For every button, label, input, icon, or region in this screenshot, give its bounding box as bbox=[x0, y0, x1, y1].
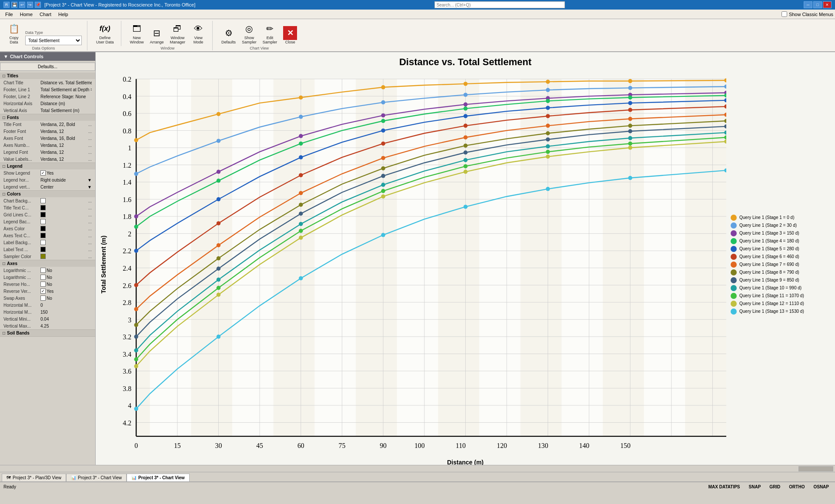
reverse-v-value: Yes bbox=[47, 289, 92, 294]
log-x-checkbox[interactable] bbox=[40, 268, 46, 273]
axes-text-color-dots[interactable]: ... bbox=[88, 233, 92, 238]
sidebar-row-title-font: Title Font Verdana, 22, Bold ... bbox=[0, 121, 95, 128]
svg-point-125 bbox=[134, 307, 138, 311]
sidebar-row-title-text-color: Title Text C... ... bbox=[0, 204, 95, 211]
svg-point-115 bbox=[628, 101, 632, 105]
sidebar-defaults-button[interactable]: Defaults... bbox=[0, 63, 95, 71]
minimize-button[interactable]: ─ bbox=[804, 1, 812, 8]
undo-icon[interactable]: ↩ bbox=[19, 2, 25, 8]
sidebar-section-fonts-header[interactable]: □ Fonts bbox=[0, 114, 95, 121]
svg-point-114 bbox=[546, 106, 550, 109]
arrange-button[interactable]: ⊟ Arrange bbox=[148, 25, 166, 45]
svg-point-152 bbox=[381, 183, 385, 187]
menu-file[interactable]: File bbox=[2, 10, 17, 19]
log-y-value: No bbox=[47, 275, 92, 280]
window-manager-button[interactable]: 🗗 WindowManager bbox=[168, 21, 187, 45]
data-type-select[interactable]: Total Settlement bbox=[25, 36, 82, 45]
legend-hor-label: Legend hor... bbox=[3, 178, 40, 182]
tab-item[interactable]: 🗺Project 3* - Plan/3D View bbox=[2, 474, 66, 481]
fonts-collapse-icon: □ bbox=[3, 115, 5, 120]
svg-point-104 bbox=[381, 119, 385, 123]
svg-rect-3 bbox=[136, 79, 726, 436]
label-text-color-swatch[interactable] bbox=[40, 247, 46, 252]
legend-bg-swatch[interactable] bbox=[40, 219, 46, 224]
svg-text:1: 1 bbox=[128, 144, 131, 152]
svg-text:140: 140 bbox=[579, 442, 590, 449]
legend-bg-dots[interactable]: ... bbox=[88, 219, 92, 224]
menu-home[interactable]: Home bbox=[17, 10, 36, 19]
edit-sampler-button[interactable]: ✏ EditSampler bbox=[261, 21, 279, 45]
value-labels-font-dots[interactable]: ... bbox=[88, 157, 92, 162]
tab-label: Project 3* - Plan/3D View bbox=[13, 475, 61, 480]
chart-svg: 0 15 30 45 60 75 90 100 110 120 130 140 … bbox=[109, 72, 726, 457]
log-y-checkbox[interactable] bbox=[40, 275, 46, 280]
menu-help[interactable]: Help bbox=[55, 10, 72, 19]
tab-item[interactable]: 📊Project 3* - Chart View bbox=[127, 474, 190, 481]
sidebar-row-grid-lines-color: Grid Lines C... ... bbox=[0, 211, 95, 218]
legend-hor-dropdown[interactable]: ▼ bbox=[87, 178, 92, 182]
show-classic-checkbox[interactable] bbox=[782, 11, 787, 17]
footer-font-dots[interactable]: ... bbox=[88, 129, 92, 134]
label-bg-swatch[interactable] bbox=[40, 240, 46, 245]
sidebar-section-legend-header[interactable]: □ Legend bbox=[0, 163, 95, 169]
axes-num-font-dots[interactable]: ... bbox=[88, 143, 92, 148]
status-button[interactable]: OSNAP bbox=[811, 484, 832, 490]
pin-icon[interactable]: 📌 bbox=[35, 2, 41, 8]
close-button[interactable]: ✕ Close bbox=[281, 25, 299, 45]
close-window-button[interactable]: ✕ bbox=[823, 1, 832, 8]
grid-lines-color-swatch[interactable] bbox=[40, 212, 46, 217]
sampler-color-swatch[interactable] bbox=[40, 254, 46, 259]
ribbon-group-data-options-items: 📋 CopyData Data Type Total Settlement bbox=[5, 21, 82, 45]
legend-dot bbox=[731, 246, 737, 252]
axes-color-dots[interactable]: ... bbox=[88, 226, 92, 231]
title-text-color-dots[interactable]: ... bbox=[88, 206, 92, 210]
status-button[interactable]: GRID bbox=[767, 484, 783, 490]
swap-axes-value: No bbox=[47, 296, 92, 301]
sidebar-collapse-icon[interactable]: ▼ bbox=[3, 54, 8, 59]
new-window-button[interactable]: 🗔 NewWindow bbox=[128, 21, 146, 45]
status-button[interactable]: MAX DATATIPS bbox=[706, 484, 743, 490]
show-sampler-button[interactable]: ◎ ShowSampler bbox=[240, 21, 258, 45]
chart-bg-dots[interactable]: ... bbox=[88, 199, 92, 203]
axes-text-color-swatch[interactable] bbox=[40, 233, 46, 238]
sidebar-section-colors-header[interactable]: □ Colors bbox=[0, 191, 95, 197]
save-icon[interactable]: 💾 bbox=[11, 2, 17, 8]
reverse-v-checkbox[interactable]: ✓ bbox=[40, 288, 46, 294]
view-mode-button[interactable]: 👁 ViewMode bbox=[190, 21, 207, 45]
sidebar-row-footer2: Footer, Line 2 Reference Stage: None bbox=[0, 93, 95, 100]
sidebar-section-titles-header[interactable]: □ Titles bbox=[0, 73, 95, 79]
label-text-color-dots[interactable]: ... bbox=[88, 247, 92, 252]
axes-num-font-value: Verdana, 12 bbox=[40, 143, 88, 148]
title-text-color-swatch[interactable] bbox=[40, 205, 46, 210]
define-user-data-button[interactable]: f(x) DefineUser Data bbox=[94, 21, 116, 45]
scroll-thumb[interactable] bbox=[798, 466, 833, 471]
defaults-button[interactable]: ⚙ Defaults bbox=[220, 25, 237, 45]
legend-vert-dropdown[interactable]: ▼ bbox=[87, 185, 92, 189]
maximize-button[interactable]: □ bbox=[813, 1, 822, 8]
tab-item[interactable]: 📊Project 3* - Chart View bbox=[66, 474, 127, 481]
title-font-dots[interactable]: ... bbox=[88, 122, 92, 127]
legend-font-dots[interactable]: ... bbox=[88, 150, 92, 155]
status-button[interactable]: ORTHO bbox=[786, 484, 807, 490]
v-min-label: Vertical Mini... bbox=[3, 317, 40, 322]
grid-lines-color-dots[interactable]: ... bbox=[88, 212, 92, 217]
x-axis-label: Distance (m) bbox=[447, 459, 484, 465]
label-bg-dots[interactable]: ... bbox=[88, 240, 92, 245]
redo-icon[interactable]: ↪ bbox=[27, 2, 33, 8]
status-button[interactable]: SNAP bbox=[746, 484, 764, 490]
sidebar-section-axes-header[interactable]: □ Axes bbox=[0, 260, 95, 267]
swap-axes-checkbox[interactable] bbox=[40, 295, 46, 301]
show-sampler-icon: ◎ bbox=[242, 22, 256, 36]
copy-data-button[interactable]: 📋 CopyData bbox=[5, 21, 23, 45]
legend-label: Query Line 1 (Stage 3 = 150 d) bbox=[739, 231, 799, 235]
sampler-color-dots[interactable]: ... bbox=[88, 254, 92, 259]
show-legend-checkbox[interactable]: ✓ bbox=[40, 170, 46, 176]
menu-chart[interactable]: Chart bbox=[36, 10, 55, 19]
search-input[interactable] bbox=[434, 1, 565, 8]
axes-font-dots[interactable]: ... bbox=[88, 136, 92, 141]
reverse-h-checkbox[interactable] bbox=[40, 282, 46, 287]
axes-color-swatch[interactable] bbox=[40, 226, 46, 231]
chart-bg-swatch[interactable] bbox=[40, 198, 46, 203]
svg-point-146 bbox=[546, 137, 550, 141]
sidebar-section-soil-bands-header[interactable]: □ Soil Bands bbox=[0, 330, 95, 336]
